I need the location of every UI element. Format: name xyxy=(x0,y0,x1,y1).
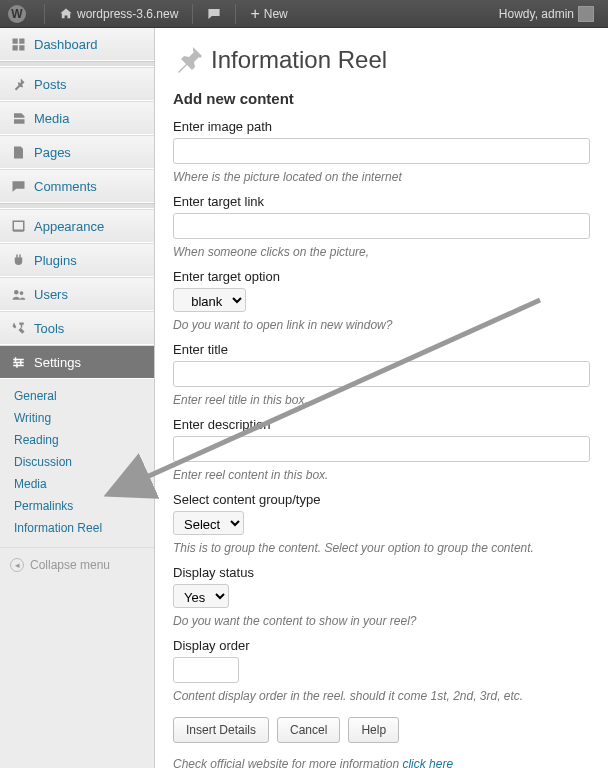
display-status-select[interactable]: Yes xyxy=(173,584,229,608)
svg-rect-1 xyxy=(13,230,24,232)
comment-icon xyxy=(10,178,26,194)
sidebar-item-label: Dashboard xyxy=(34,37,144,52)
greeting-text: Howdy, admin xyxy=(499,7,574,21)
sidebar-item-label: Comments xyxy=(34,179,144,194)
footnote-text: Check official website for more informat… xyxy=(173,757,402,768)
svg-rect-7 xyxy=(14,357,16,362)
pin-icon xyxy=(10,76,26,92)
sidebar-item-tools[interactable]: Tools xyxy=(0,311,154,345)
new-content-link[interactable]: + New xyxy=(244,6,293,22)
sidebar-item-label: Posts xyxy=(34,77,144,92)
account-link[interactable]: Howdy, admin xyxy=(493,6,600,22)
group-label: Select content group/type xyxy=(173,492,590,507)
svg-rect-0 xyxy=(13,221,24,230)
new-label: New xyxy=(264,7,288,21)
svg-point-3 xyxy=(19,291,23,295)
footnote: Check official website for more informat… xyxy=(173,757,590,768)
image-path-input[interactable] xyxy=(173,138,590,164)
tools-icon xyxy=(10,320,26,336)
sidebar-item-label: Appearance xyxy=(34,219,144,234)
target-link-hint: When someone clicks on the picture, xyxy=(173,245,590,259)
sidebar-item-dashboard[interactable]: Dashboard xyxy=(0,28,154,61)
svg-point-2 xyxy=(14,290,19,295)
help-button[interactable]: Help xyxy=(348,717,399,743)
divider xyxy=(192,4,193,24)
collapse-menu-button[interactable]: ◂ Collapse menu xyxy=(0,547,154,582)
sidebar-item-label: Settings xyxy=(34,355,144,370)
wp-logo-icon[interactable]: W xyxy=(8,5,26,23)
users-icon xyxy=(10,286,26,302)
page-title: Information Reel xyxy=(211,46,387,74)
submenu-reading[interactable]: Reading xyxy=(0,429,154,451)
description-input[interactable] xyxy=(173,436,590,462)
title-label: Enter title xyxy=(173,342,590,357)
group-hint: This is to group the content. Select you… xyxy=(173,541,590,555)
page-icon xyxy=(10,144,26,160)
cancel-button[interactable]: Cancel xyxy=(277,717,340,743)
display-status-hint: Do you want the content to show in your … xyxy=(173,614,590,628)
insert-details-button[interactable]: Insert Details xyxy=(173,717,269,743)
sidebar-item-pages[interactable]: Pages xyxy=(0,135,154,169)
target-option-select[interactable]: _blank xyxy=(173,288,246,312)
group-select[interactable]: Select xyxy=(173,511,244,535)
svg-rect-8 xyxy=(20,360,22,365)
image-path-hint: Where is the picture located on the inte… xyxy=(173,170,590,184)
target-link-label: Enter target link xyxy=(173,194,590,209)
display-order-input[interactable] xyxy=(173,657,239,683)
sidebar-item-media[interactable]: Media xyxy=(0,101,154,135)
comment-icon xyxy=(207,7,221,21)
site-name-text: wordpress-3.6.new xyxy=(77,7,178,21)
settings-icon xyxy=(10,354,26,370)
sidebar-item-users[interactable]: Users xyxy=(0,277,154,311)
collapse-label: Collapse menu xyxy=(30,558,110,572)
display-order-hint: Content display order in the reel. shoul… xyxy=(173,689,590,703)
sidebar-item-label: Tools xyxy=(34,321,144,336)
display-order-label: Display order xyxy=(173,638,590,653)
site-name-link[interactable]: wordpress-3.6.new xyxy=(53,7,184,21)
media-icon xyxy=(10,110,26,126)
divider xyxy=(44,4,45,24)
image-path-label: Enter image path xyxy=(173,119,590,134)
description-hint: Enter reel content in this box. xyxy=(173,468,590,482)
admin-sidebar: Dashboard Posts Media Pages Comments App… xyxy=(0,28,155,768)
sidebar-item-label: Pages xyxy=(34,145,144,160)
sidebar-item-label: Media xyxy=(34,111,144,126)
footnote-link[interactable]: click here xyxy=(402,757,453,768)
pushpin-icon xyxy=(173,44,205,76)
sidebar-item-settings[interactable]: Settings xyxy=(0,345,154,379)
plugin-icon xyxy=(10,252,26,268)
collapse-icon: ◂ xyxy=(10,558,24,572)
sidebar-item-appearance[interactable]: Appearance xyxy=(0,209,154,243)
submenu-media[interactable]: Media xyxy=(0,473,154,495)
submenu-discussion[interactable]: Discussion xyxy=(0,451,154,473)
section-heading: Add new content xyxy=(173,90,590,107)
sidebar-item-posts[interactable]: Posts xyxy=(0,67,154,101)
main-content: Information Reel Add new content Enter i… xyxy=(155,28,608,768)
submenu-writing[interactable]: Writing xyxy=(0,407,154,429)
target-option-label: Enter target option xyxy=(173,269,590,284)
dashboard-icon xyxy=(10,36,26,52)
divider xyxy=(235,4,236,24)
sidebar-item-label: Users xyxy=(34,287,144,302)
appearance-icon xyxy=(10,218,26,234)
sidebar-item-label: Plugins xyxy=(34,253,144,268)
target-link-input[interactable] xyxy=(173,213,590,239)
sidebar-item-plugins[interactable]: Plugins xyxy=(0,243,154,277)
avatar-icon xyxy=(578,6,594,22)
svg-rect-6 xyxy=(13,364,24,366)
display-status-label: Display status xyxy=(173,565,590,580)
page-header: Information Reel xyxy=(173,44,590,76)
sidebar-item-comments[interactable]: Comments xyxy=(0,169,154,203)
description-label: Enter description xyxy=(173,417,590,432)
svg-rect-5 xyxy=(13,361,24,363)
submenu-permalinks[interactable]: Permalinks xyxy=(0,495,154,517)
title-input[interactable] xyxy=(173,361,590,387)
svg-rect-9 xyxy=(16,363,18,368)
submenu-information-reel[interactable]: Information Reel xyxy=(0,517,154,539)
settings-submenu: General Writing Reading Discussion Media… xyxy=(0,379,154,547)
plus-icon: + xyxy=(250,6,259,22)
submenu-general[interactable]: General xyxy=(0,385,154,407)
home-icon xyxy=(59,7,73,21)
admin-bar: W wordpress-3.6.new + New Howdy, admin xyxy=(0,0,608,28)
comments-link[interactable] xyxy=(201,7,227,21)
